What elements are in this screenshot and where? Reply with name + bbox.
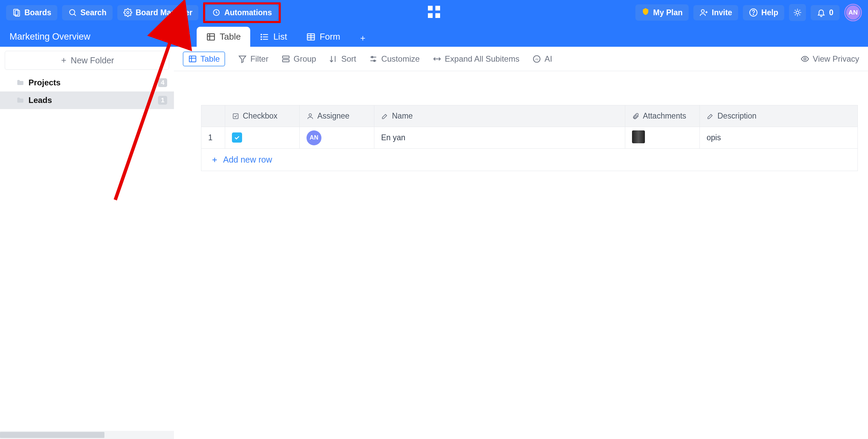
tool-filter[interactable]: Filter: [238, 54, 268, 64]
sidebar-item-label: Projects: [28, 78, 61, 87]
svg-rect-46: [282, 60, 289, 62]
col-header-name[interactable]: Name: [374, 105, 625, 127]
sidebar-item-count: 1: [158, 96, 167, 105]
theme-toggle-button[interactable]: [789, 4, 806, 21]
table-icon: [206, 32, 216, 42]
cell-description[interactable]: opis: [700, 127, 858, 149]
search-label: Search: [80, 8, 106, 17]
col-header-description[interactable]: Description: [700, 105, 858, 127]
svg-point-31: [261, 36, 262, 37]
sidebar-item-leads[interactable]: Leads 1: [0, 91, 174, 109]
svg-line-20: [795, 10, 796, 11]
tool-sort-label: Sort: [341, 54, 356, 64]
svg-point-10: [702, 9, 705, 13]
col-header-attachments[interactable]: Attachments: [625, 105, 700, 127]
search-button[interactable]: Search: [62, 5, 113, 20]
col-header-assignee-label: Assignee: [317, 111, 350, 121]
table-icon: [188, 55, 197, 63]
tool-view-privacy[interactable]: View Privacy: [801, 54, 859, 64]
tab-table[interactable]: Table: [197, 27, 250, 47]
topnav-left: Boards Search Board Manager Automations: [6, 2, 281, 23]
filter-icon: [238, 55, 247, 63]
svg-point-32: [261, 39, 262, 39]
automations-label: Automations: [224, 8, 272, 17]
collapse-sidebar-button[interactable]: [176, 25, 197, 47]
tool-filter-label: Filter: [250, 54, 268, 64]
sidebar-scrollbar[interactable]: [0, 431, 174, 439]
paperclip-icon: [632, 112, 639, 120]
sidebar-item-projects[interactable]: Projects 4: [0, 74, 174, 91]
user-avatar[interactable]: AN: [844, 4, 862, 21]
col-header-assignee[interactable]: Assignee: [300, 105, 374, 127]
add-row-label: Add new row: [223, 155, 272, 165]
col-header-checkbox[interactable]: Checkbox: [225, 105, 300, 127]
attachment-thumbnail[interactable]: [632, 130, 645, 143]
sidebar-item-count: 4: [158, 78, 167, 87]
tool-group[interactable]: Group: [281, 54, 316, 64]
add-row-button[interactable]: Add new row: [201, 149, 858, 171]
annotation-highlight: Automations: [203, 2, 281, 23]
boards-label: Boards: [24, 8, 51, 17]
cell-assignee[interactable]: AN: [300, 127, 374, 149]
cell-checkbox[interactable]: [225, 127, 300, 149]
svg-marker-44: [239, 56, 246, 63]
boards-button[interactable]: Boards: [6, 5, 57, 20]
table-row[interactable]: 1 AN En yan opis: [201, 127, 858, 149]
svg-rect-9: [435, 13, 440, 18]
cell-attachments[interactable]: [625, 127, 700, 149]
table-area: Checkbox Assignee Name Attachments Descr…: [174, 71, 868, 171]
main: Table Filter Group Sort Customize Expand…: [174, 47, 868, 439]
svg-point-14: [753, 14, 754, 15]
checkbox-checked[interactable]: [232, 132, 242, 143]
person-icon: [307, 112, 314, 120]
tool-view-privacy-label: View Privacy: [813, 54, 859, 64]
chevron-double-left-icon: [180, 30, 193, 42]
cell-name[interactable]: En yan: [374, 127, 625, 149]
logo-icon: [426, 4, 442, 20]
scrollbar-thumb[interactable]: [0, 432, 104, 438]
tab-form[interactable]: Form: [297, 27, 350, 47]
ai-icon: AI: [532, 55, 541, 63]
help-icon: [749, 8, 758, 17]
data-table: Checkbox Assignee Name Attachments Descr…: [201, 105, 858, 149]
svg-line-23: [800, 10, 800, 11]
invite-icon: [699, 8, 708, 17]
my-plan-label: My Plan: [653, 8, 683, 17]
invite-button[interactable]: Invite: [693, 5, 738, 20]
eye-icon: [801, 55, 809, 63]
svg-point-4: [127, 12, 129, 14]
svg-line-22: [795, 14, 796, 15]
table-header-row: Checkbox Assignee Name Attachments Descr…: [201, 105, 858, 127]
tool-ai[interactable]: AI AI: [532, 54, 552, 64]
automation-icon: [212, 8, 221, 17]
help-button[interactable]: Help: [743, 5, 784, 20]
expand-icon: [433, 55, 441, 63]
tool-customize[interactable]: Customize: [369, 54, 419, 64]
sort-icon: [329, 55, 338, 63]
notifications-button[interactable]: 0: [811, 5, 840, 20]
col-header-checkbox-label: Checkbox: [243, 111, 277, 121]
my-plan-button[interactable]: My Plan: [635, 4, 689, 21]
tab-add-view[interactable]: [350, 30, 376, 47]
tool-table-view[interactable]: Table: [183, 51, 225, 66]
help-label: Help: [761, 8, 778, 17]
col-header-rownum[interactable]: [201, 105, 225, 127]
automations-button[interactable]: Automations: [206, 5, 278, 20]
svg-rect-24: [208, 34, 215, 40]
group-icon: [281, 55, 290, 63]
check-icon: [234, 134, 240, 141]
board-manager-button[interactable]: Board Manager: [117, 5, 198, 20]
tool-customize-label: Customize: [381, 54, 419, 64]
svg-point-54: [804, 58, 806, 60]
board-title[interactable]: Marketing Overview: [0, 32, 176, 47]
tool-sort[interactable]: Sort: [329, 54, 356, 64]
body: New Folder Projects 4 Leads 1 Table Filt…: [0, 47, 868, 439]
new-folder-button[interactable]: New Folder: [5, 51, 169, 70]
app-logo[interactable]: [426, 4, 442, 21]
svg-line-21: [800, 14, 800, 15]
svg-rect-7: [435, 6, 440, 11]
tab-list[interactable]: List: [250, 27, 296, 47]
sun-icon: [793, 8, 802, 17]
svg-rect-6: [428, 6, 433, 11]
tool-expand-subitems[interactable]: Expand All Subitems: [433, 54, 519, 64]
